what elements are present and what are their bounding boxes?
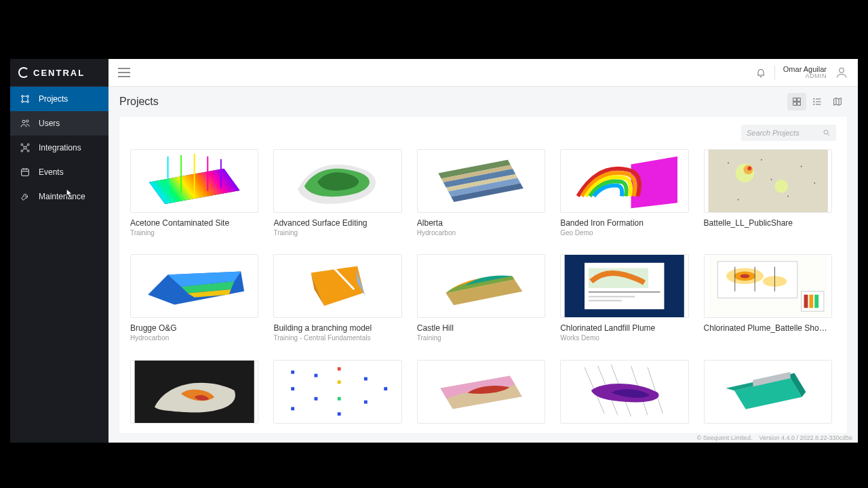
sidebar-nav: Projects Users Integrations Events Maint… (10, 87, 108, 209)
main-column: Omar Aguilar ADMIN Projects (108, 59, 858, 443)
project-title: Alberta (417, 218, 545, 228)
project-card[interactable]: Chlorinated Plume_Battelle Sho… (704, 254, 832, 346)
project-subtitle: Training (273, 229, 401, 237)
svg-rect-78 (338, 412, 341, 415)
calendar-icon (20, 167, 31, 178)
project-card[interactable] (273, 360, 401, 428)
svg-rect-66 (809, 295, 813, 308)
sidebar: CENTRAL Projects Users Integrations Eve (10, 59, 108, 443)
project-title: Chlorinated Plume_Battelle Sho… (704, 323, 832, 333)
user-role: ADMIN (783, 73, 827, 80)
search-icon (823, 129, 831, 137)
svg-rect-35 (708, 150, 827, 212)
project-grid: Acetone Contaminated SiteTrainingAdvance… (130, 149, 836, 433)
project-card[interactable]: Battelle_LL_PublicShare (704, 149, 832, 241)
page-header: Projects (119, 87, 847, 117)
svg-point-45 (770, 179, 772, 180)
list-view-button[interactable] (808, 93, 827, 110)
sidebar-item-integrations[interactable]: Integrations (10, 136, 108, 160)
svg-point-5 (26, 120, 28, 122)
project-title: Castle Hill (417, 323, 545, 333)
project-card[interactable] (704, 360, 832, 428)
svg-point-44 (737, 199, 738, 200)
svg-point-0 (22, 96, 24, 98)
project-thumbnail (417, 254, 545, 318)
svg-point-18 (814, 101, 814, 102)
svg-rect-76 (338, 380, 341, 384)
project-title: Banded Iron Formation (560, 218, 688, 228)
avatar-icon[interactable] (835, 66, 848, 79)
project-subtitle: Works Demo (560, 334, 688, 342)
project-subtitle: Training - Central Fundamentals (273, 334, 401, 342)
sidebar-item-label: Integrations (39, 143, 81, 152)
sidebar-item-label: Maintenance (39, 192, 85, 201)
project-card[interactable] (560, 360, 688, 428)
project-title: Chlorinated Landfill Plume (560, 323, 688, 333)
project-card[interactable]: Advanced Surface EditingTraining (273, 149, 401, 241)
svg-point-7 (21, 144, 23, 146)
project-subtitle: Training (130, 229, 258, 237)
svg-rect-71 (292, 387, 295, 390)
topbar: Omar Aguilar ADMIN (108, 59, 858, 87)
user-block[interactable]: Omar Aguilar ADMIN (783, 65, 827, 80)
svg-point-41 (761, 159, 762, 161)
projects-icon (20, 94, 31, 104)
project-card[interactable]: Acetone Contaminated SiteTraining (130, 149, 258, 241)
notifications-icon[interactable] (755, 67, 766, 78)
wrench-icon (20, 191, 31, 202)
sidebar-item-label: Events (39, 167, 64, 177)
svg-rect-80 (364, 400, 368, 403)
grid-view-button[interactable] (787, 93, 806, 110)
footer: © Seequent Limited. Version 4.4.0 / 2022… (108, 433, 858, 443)
search-input[interactable] (747, 129, 818, 137)
svg-rect-53 (589, 296, 635, 298)
project-thumbnail (704, 254, 832, 318)
sidebar-item-maintenance[interactable]: Maintenance (10, 184, 108, 209)
project-thumbnail (704, 149, 832, 213)
project-card[interactable]: Brugge O&GHydrocarbon (130, 254, 258, 346)
svg-point-43 (787, 196, 789, 197)
svg-rect-77 (338, 396, 341, 400)
svg-point-2 (22, 101, 24, 103)
project-thumbnail (417, 360, 545, 424)
project-thumbnail (417, 149, 545, 213)
users-icon (20, 118, 31, 129)
footer-copyright: © Seequent Limited. (697, 434, 753, 441)
svg-point-40 (728, 163, 729, 164)
brand-icon (18, 67, 29, 78)
project-thumbnail (273, 360, 401, 424)
svg-rect-54 (589, 300, 622, 302)
sidebar-item-label: Projects (39, 94, 68, 104)
svg-rect-81 (384, 387, 388, 390)
sidebar-item-projects[interactable]: Projects (10, 87, 108, 111)
footer-version: Version 4.4.0 / 2022.8.22-330cd5e (759, 434, 852, 441)
brand-name: CENTRAL (33, 68, 85, 78)
svg-rect-75 (338, 367, 341, 370)
project-card[interactable]: Chlorinated Landfill PlumeWorks Demo (560, 254, 688, 346)
project-thumbnail (704, 360, 832, 424)
project-title: Building a branching model (273, 323, 401, 333)
project-card[interactable]: AlbertaHydrocarbon (417, 149, 545, 241)
svg-rect-13 (793, 98, 797, 102)
project-card[interactable]: Banded Iron FormationGeo Demo (560, 149, 688, 241)
project-card[interactable] (417, 360, 545, 428)
sidebar-item-users[interactable]: Users (10, 111, 108, 136)
svg-rect-79 (364, 377, 368, 380)
svg-point-17 (814, 98, 814, 99)
project-subtitle: Hydrocarbon (417, 229, 545, 237)
project-card[interactable]: Castle HillTraining (417, 254, 545, 346)
svg-rect-14 (797, 98, 801, 102)
map-view-button[interactable] (828, 93, 847, 110)
project-title: Brugge O&G (130, 323, 258, 333)
svg-point-9 (21, 150, 23, 152)
project-card[interactable]: Building a branching modelTraining - Cen… (273, 254, 401, 346)
project-card[interactable] (130, 360, 258, 428)
page-title: Projects (119, 96, 159, 108)
project-thumbnail (560, 149, 688, 213)
svg-point-42 (800, 165, 802, 167)
svg-rect-72 (292, 407, 295, 410)
sidebar-item-events[interactable]: Events (10, 160, 108, 184)
search-box[interactable] (741, 125, 836, 141)
hamburger-icon[interactable] (118, 68, 130, 77)
brand-logo-block: CENTRAL (10, 59, 108, 87)
